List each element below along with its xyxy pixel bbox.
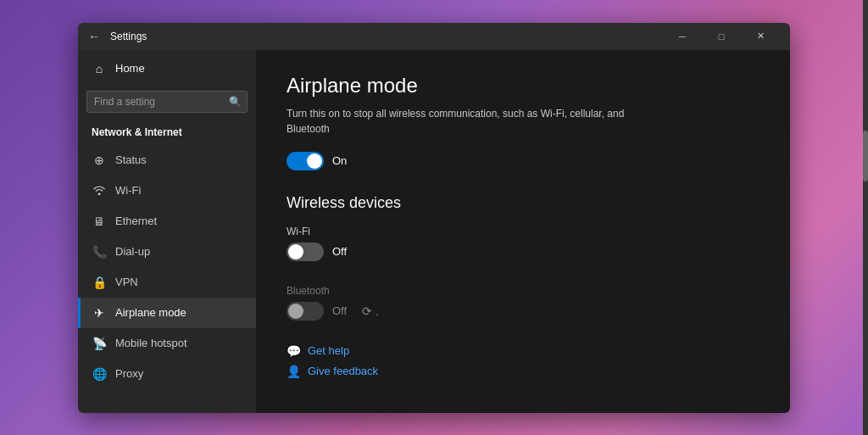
give-feedback-link[interactable]: 👤 Give feedback bbox=[287, 365, 760, 378]
bluetooth-device-name: Bluetooth bbox=[287, 285, 760, 297]
status-icon: ⊕ bbox=[92, 153, 107, 167]
wifi-icon bbox=[92, 184, 107, 198]
sidebar-item-label: Mobile hotspot bbox=[115, 337, 187, 349]
wifi-device-name: Wi-Fi bbox=[287, 226, 760, 237]
sidebar-item-label: Wi-Fi bbox=[115, 184, 141, 197]
get-help-icon: 💬 bbox=[287, 344, 301, 358]
window-controls: ─ □ ✕ bbox=[663, 23, 780, 50]
sidebar-item-label: Airplane mode bbox=[115, 306, 186, 319]
sidebar-item-vpn[interactable]: 🔒 VPN bbox=[78, 267, 256, 298]
get-help-link[interactable]: 💬 Get help bbox=[287, 344, 760, 358]
wifi-toggle[interactable] bbox=[287, 243, 324, 261]
give-feedback-label: Give feedback bbox=[308, 365, 378, 377]
page-title: Airplane mode bbox=[287, 74, 760, 98]
dialup-icon: 📞 bbox=[92, 245, 107, 259]
minimize-button[interactable]: ─ bbox=[663, 23, 702, 50]
airplane-icon: ✈ bbox=[92, 306, 107, 320]
sidebar-item-hotspot[interactable]: 📡 Mobile hotspot bbox=[78, 328, 256, 359]
bluetooth-toggle-thumb bbox=[288, 304, 303, 319]
ethernet-icon: 🖥 bbox=[92, 215, 107, 228]
wifi-toggle-row: Off bbox=[287, 243, 760, 261]
sidebar-item-wifi[interactable]: Wi-Fi bbox=[78, 176, 256, 206]
hotspot-icon: 📡 bbox=[92, 337, 107, 350]
wifi-toggle-label: Off bbox=[332, 245, 347, 258]
sidebar-item-home[interactable]: ⌂ Home bbox=[78, 50, 256, 87]
bluetooth-toggle-label: Off bbox=[332, 304, 347, 317]
sidebar-search: 🔍 bbox=[86, 91, 248, 113]
get-help-label: Get help bbox=[308, 344, 349, 357]
give-feedback-icon: 👤 bbox=[287, 365, 301, 378]
airplane-toggle-row: On bbox=[287, 152, 760, 170]
loading-spinner: ⟳ . bbox=[362, 304, 379, 318]
settings-window: ← Settings ─ □ ✕ ⌂ Home 🔍 Network & Inte… bbox=[78, 23, 790, 413]
vpn-icon: 🔒 bbox=[92, 276, 107, 289]
sidebar-item-status[interactable]: ⊕ Status bbox=[78, 145, 256, 176]
sidebar-home-label: Home bbox=[115, 62, 145, 75]
wifi-toggle-thumb bbox=[288, 244, 303, 259]
sidebar-item-label: Proxy bbox=[115, 367, 143, 380]
sidebar-item-dialup[interactable]: 📞 Dial-up bbox=[78, 237, 256, 267]
home-icon: ⌂ bbox=[92, 62, 107, 75]
proxy-icon: 🌐 bbox=[92, 367, 107, 381]
sidebar-item-label: VPN bbox=[115, 276, 138, 288]
window-body: ⌂ Home 🔍 Network & Internet ⊕ Status Wi-… bbox=[78, 50, 790, 413]
close-button[interactable]: ✕ bbox=[741, 23, 780, 50]
sidebar-item-airplane[interactable]: ✈ Airplane mode bbox=[78, 298, 256, 328]
search-icon: 🔍 bbox=[229, 96, 242, 108]
sidebar-item-proxy[interactable]: 🌐 Proxy bbox=[78, 359, 256, 389]
page-description: Turn this on to stop all wireless commun… bbox=[287, 106, 626, 137]
bluetooth-toggle[interactable] bbox=[287, 302, 324, 321]
wireless-section-title: Wireless devices bbox=[287, 194, 760, 212]
sidebar-item-label: Ethernet bbox=[115, 215, 157, 227]
search-input[interactable] bbox=[86, 91, 248, 113]
back-button[interactable]: ← bbox=[88, 30, 100, 43]
sidebar-item-ethernet[interactable]: 🖥 Ethernet bbox=[78, 206, 256, 237]
title-bar: ← Settings ─ □ ✕ bbox=[78, 23, 790, 50]
sidebar: ⌂ Home 🔍 Network & Internet ⊕ Status Wi-… bbox=[78, 50, 256, 413]
sidebar-item-label: Dial-up bbox=[115, 245, 150, 258]
maximize-button[interactable]: □ bbox=[702, 23, 741, 50]
bluetooth-toggle-row: Off ⟳ . bbox=[287, 302, 760, 321]
sidebar-item-label: Status bbox=[115, 153, 147, 166]
sidebar-section-label: Network & Internet bbox=[78, 123, 256, 145]
window-title: Settings bbox=[110, 31, 663, 42]
links-section: 💬 Get help 👤 Give feedback bbox=[287, 344, 760, 378]
airplane-toggle-thumb bbox=[307, 153, 322, 169]
wifi-device: Wi-Fi Off bbox=[287, 226, 760, 261]
airplane-toggle-label: On bbox=[332, 154, 347, 167]
bluetooth-device: Bluetooth Off ⟳ . bbox=[287, 285, 760, 321]
airplane-toggle[interactable] bbox=[287, 152, 324, 170]
main-content: Airplane mode Turn this on to stop all w… bbox=[256, 50, 790, 413]
